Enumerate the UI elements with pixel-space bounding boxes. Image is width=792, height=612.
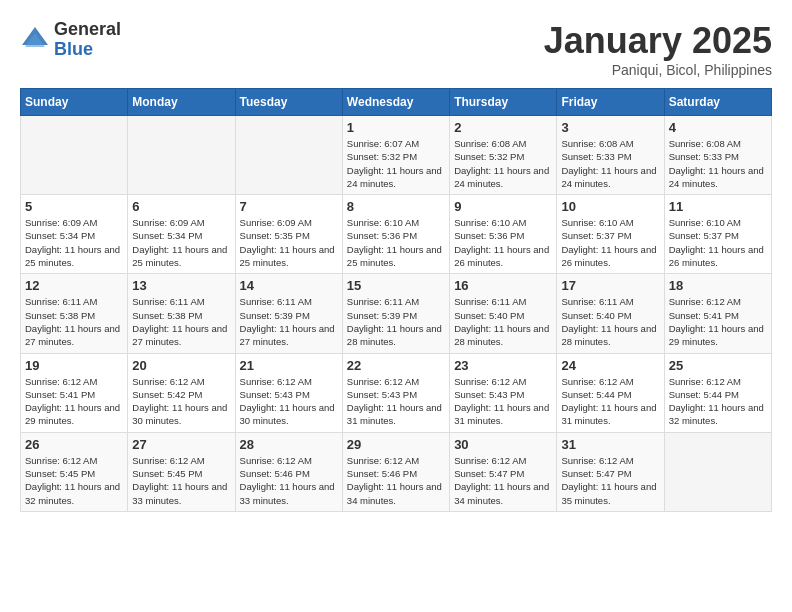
daylight-text: Daylight: 11 hours and 32 minutes.: [669, 401, 767, 428]
sunrise-text: Sunrise: 6:12 AM: [454, 375, 552, 388]
calendar-day-cell: 12Sunrise: 6:11 AMSunset: 5:38 PMDayligh…: [21, 274, 128, 353]
title-block: January 2025 Paniqui, Bicol, Philippines: [544, 20, 772, 78]
sunrise-text: Sunrise: 6:08 AM: [669, 137, 767, 150]
day-info: Sunrise: 6:12 AMSunset: 5:46 PMDaylight:…: [347, 454, 445, 507]
page-header: General Blue January 2025 Paniqui, Bicol…: [20, 20, 772, 78]
day-info: Sunrise: 6:12 AMSunset: 5:43 PMDaylight:…: [454, 375, 552, 428]
sunrise-text: Sunrise: 6:12 AM: [132, 375, 230, 388]
day-number: 14: [240, 278, 338, 293]
daylight-text: Daylight: 11 hours and 33 minutes.: [240, 480, 338, 507]
day-number: 25: [669, 358, 767, 373]
day-info: Sunrise: 6:12 AMSunset: 5:45 PMDaylight:…: [132, 454, 230, 507]
sunrise-text: Sunrise: 6:12 AM: [25, 375, 123, 388]
day-info: Sunrise: 6:11 AMSunset: 5:39 PMDaylight:…: [347, 295, 445, 348]
daylight-text: Daylight: 11 hours and 25 minutes.: [347, 243, 445, 270]
day-number: 20: [132, 358, 230, 373]
calendar-day-cell: 29Sunrise: 6:12 AMSunset: 5:46 PMDayligh…: [342, 432, 449, 511]
sunset-text: Sunset: 5:33 PM: [669, 150, 767, 163]
daylight-text: Daylight: 11 hours and 28 minutes.: [347, 322, 445, 349]
sunset-text: Sunset: 5:47 PM: [454, 467, 552, 480]
daylight-text: Daylight: 11 hours and 31 minutes.: [561, 401, 659, 428]
calendar-week-row: 1Sunrise: 6:07 AMSunset: 5:32 PMDaylight…: [21, 116, 772, 195]
calendar-day-cell: [664, 432, 771, 511]
sunrise-text: Sunrise: 6:12 AM: [454, 454, 552, 467]
weekday-header: Sunday: [21, 89, 128, 116]
sunset-text: Sunset: 5:46 PM: [240, 467, 338, 480]
calendar-day-cell: 21Sunrise: 6:12 AMSunset: 5:43 PMDayligh…: [235, 353, 342, 432]
sunrise-text: Sunrise: 6:12 AM: [561, 375, 659, 388]
sunrise-text: Sunrise: 6:12 AM: [347, 454, 445, 467]
sunset-text: Sunset: 5:44 PM: [669, 388, 767, 401]
sunset-text: Sunset: 5:32 PM: [454, 150, 552, 163]
calendar-day-cell: 23Sunrise: 6:12 AMSunset: 5:43 PMDayligh…: [450, 353, 557, 432]
day-info: Sunrise: 6:12 AMSunset: 5:41 PMDaylight:…: [669, 295, 767, 348]
sunset-text: Sunset: 5:43 PM: [347, 388, 445, 401]
day-number: 10: [561, 199, 659, 214]
day-info: Sunrise: 6:10 AMSunset: 5:37 PMDaylight:…: [561, 216, 659, 269]
day-info: Sunrise: 6:07 AMSunset: 5:32 PMDaylight:…: [347, 137, 445, 190]
day-info: Sunrise: 6:11 AMSunset: 5:38 PMDaylight:…: [132, 295, 230, 348]
sunset-text: Sunset: 5:46 PM: [347, 467, 445, 480]
daylight-text: Daylight: 11 hours and 34 minutes.: [347, 480, 445, 507]
day-number: 23: [454, 358, 552, 373]
calendar-day-cell: [21, 116, 128, 195]
calendar-day-cell: 15Sunrise: 6:11 AMSunset: 5:39 PMDayligh…: [342, 274, 449, 353]
day-info: Sunrise: 6:09 AMSunset: 5:34 PMDaylight:…: [132, 216, 230, 269]
calendar-day-cell: 27Sunrise: 6:12 AMSunset: 5:45 PMDayligh…: [128, 432, 235, 511]
sunset-text: Sunset: 5:43 PM: [240, 388, 338, 401]
day-number: 6: [132, 199, 230, 214]
daylight-text: Daylight: 11 hours and 28 minutes.: [561, 322, 659, 349]
sunrise-text: Sunrise: 6:11 AM: [132, 295, 230, 308]
day-number: 5: [25, 199, 123, 214]
day-info: Sunrise: 6:10 AMSunset: 5:36 PMDaylight:…: [347, 216, 445, 269]
day-number: 31: [561, 437, 659, 452]
calendar-day-cell: 30Sunrise: 6:12 AMSunset: 5:47 PMDayligh…: [450, 432, 557, 511]
day-info: Sunrise: 6:12 AMSunset: 5:47 PMDaylight:…: [454, 454, 552, 507]
daylight-text: Daylight: 11 hours and 34 minutes.: [454, 480, 552, 507]
daylight-text: Daylight: 11 hours and 27 minutes.: [25, 322, 123, 349]
daylight-text: Daylight: 11 hours and 24 minutes.: [347, 164, 445, 191]
daylight-text: Daylight: 11 hours and 29 minutes.: [25, 401, 123, 428]
day-number: 30: [454, 437, 552, 452]
daylight-text: Daylight: 11 hours and 25 minutes.: [25, 243, 123, 270]
sunset-text: Sunset: 5:43 PM: [454, 388, 552, 401]
sunrise-text: Sunrise: 6:11 AM: [25, 295, 123, 308]
day-info: Sunrise: 6:12 AMSunset: 5:43 PMDaylight:…: [240, 375, 338, 428]
daylight-text: Daylight: 11 hours and 33 minutes.: [132, 480, 230, 507]
calendar-day-cell: 16Sunrise: 6:11 AMSunset: 5:40 PMDayligh…: [450, 274, 557, 353]
calendar-week-row: 26Sunrise: 6:12 AMSunset: 5:45 PMDayligh…: [21, 432, 772, 511]
sunrise-text: Sunrise: 6:11 AM: [240, 295, 338, 308]
calendar-day-cell: 25Sunrise: 6:12 AMSunset: 5:44 PMDayligh…: [664, 353, 771, 432]
day-number: 28: [240, 437, 338, 452]
day-info: Sunrise: 6:08 AMSunset: 5:33 PMDaylight:…: [561, 137, 659, 190]
day-info: Sunrise: 6:11 AMSunset: 5:39 PMDaylight:…: [240, 295, 338, 348]
sunrise-text: Sunrise: 6:09 AM: [240, 216, 338, 229]
calendar-day-cell: 6Sunrise: 6:09 AMSunset: 5:34 PMDaylight…: [128, 195, 235, 274]
day-number: 29: [347, 437, 445, 452]
calendar-day-cell: 26Sunrise: 6:12 AMSunset: 5:45 PMDayligh…: [21, 432, 128, 511]
calendar-day-cell: [128, 116, 235, 195]
day-info: Sunrise: 6:12 AMSunset: 5:44 PMDaylight:…: [561, 375, 659, 428]
day-number: 17: [561, 278, 659, 293]
day-number: 16: [454, 278, 552, 293]
sunset-text: Sunset: 5:37 PM: [669, 229, 767, 242]
day-number: 2: [454, 120, 552, 135]
sunset-text: Sunset: 5:41 PM: [25, 388, 123, 401]
daylight-text: Daylight: 11 hours and 25 minutes.: [132, 243, 230, 270]
sunset-text: Sunset: 5:39 PM: [240, 309, 338, 322]
sunset-text: Sunset: 5:41 PM: [669, 309, 767, 322]
sunrise-text: Sunrise: 6:12 AM: [669, 295, 767, 308]
day-info: Sunrise: 6:09 AMSunset: 5:34 PMDaylight:…: [25, 216, 123, 269]
calendar-day-cell: 22Sunrise: 6:12 AMSunset: 5:43 PMDayligh…: [342, 353, 449, 432]
calendar-day-cell: 13Sunrise: 6:11 AMSunset: 5:38 PMDayligh…: [128, 274, 235, 353]
month-title: January 2025: [544, 20, 772, 62]
daylight-text: Daylight: 11 hours and 27 minutes.: [240, 322, 338, 349]
sunset-text: Sunset: 5:37 PM: [561, 229, 659, 242]
day-info: Sunrise: 6:12 AMSunset: 5:43 PMDaylight:…: [347, 375, 445, 428]
sunset-text: Sunset: 5:40 PM: [454, 309, 552, 322]
sunrise-text: Sunrise: 6:12 AM: [240, 454, 338, 467]
calendar-day-cell: 2Sunrise: 6:08 AMSunset: 5:32 PMDaylight…: [450, 116, 557, 195]
day-number: 7: [240, 199, 338, 214]
day-number: 3: [561, 120, 659, 135]
sunset-text: Sunset: 5:38 PM: [132, 309, 230, 322]
